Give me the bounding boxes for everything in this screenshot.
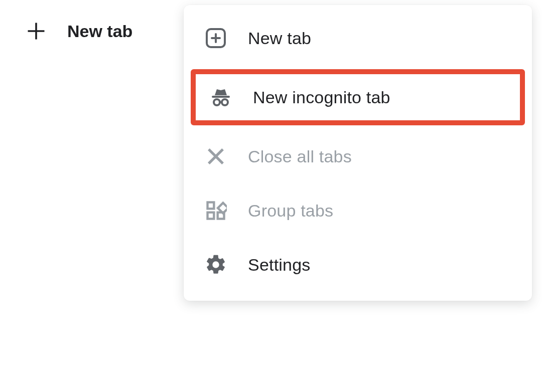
group-tabs-icon <box>204 199 228 223</box>
gear-icon <box>204 253 228 277</box>
svg-rect-5 <box>212 96 230 98</box>
menu-item-new-tab[interactable]: New tab <box>184 11 532 65</box>
menu-label: Settings <box>248 255 310 275</box>
plus-box-icon <box>204 26 228 50</box>
menu-item-settings[interactable]: Settings <box>184 238 532 292</box>
svg-rect-11 <box>208 203 214 209</box>
plus-icon[interactable] <box>25 20 47 42</box>
svg-point-7 <box>222 99 228 105</box>
svg-rect-12 <box>208 213 214 219</box>
menu-label: New incognito tab <box>253 88 390 107</box>
menu-item-new-incognito-tab[interactable]: New incognito tab <box>191 69 525 125</box>
incognito-icon <box>209 85 233 109</box>
menu-label: Close all tabs <box>248 147 352 166</box>
menu-label: Group tabs <box>248 201 333 221</box>
overflow-menu: New tab New incognito tab Close all tabs <box>184 5 532 301</box>
menu-label: New tab <box>248 29 311 48</box>
header-title: New tab <box>67 22 132 41</box>
close-icon <box>204 144 228 168</box>
svg-point-6 <box>214 99 220 105</box>
menu-item-close-all-tabs[interactable]: Close all tabs <box>184 129 532 183</box>
menu-item-group-tabs[interactable]: Group tabs <box>184 183 532 238</box>
tab-switcher-header: New tab <box>25 20 132 42</box>
